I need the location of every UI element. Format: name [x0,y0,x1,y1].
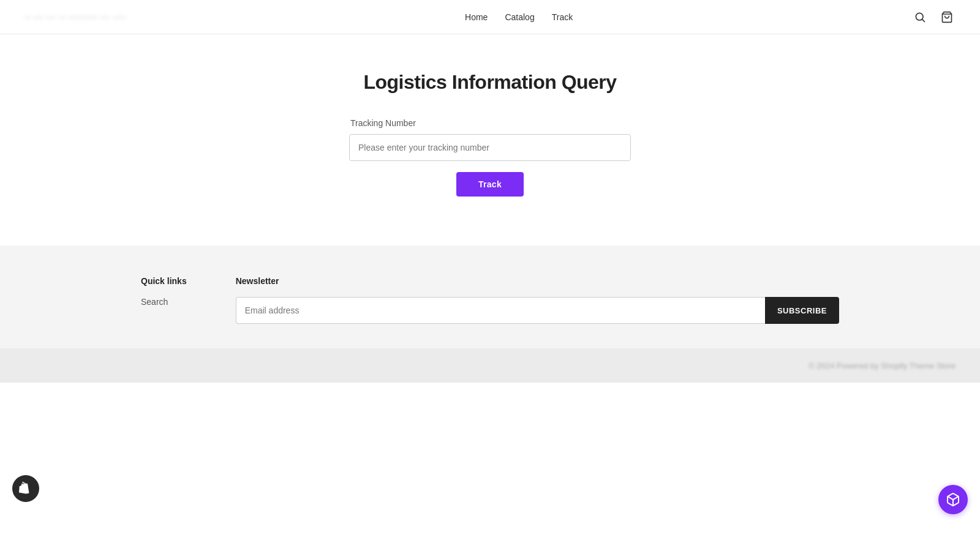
track-button[interactable]: Track [456,172,524,197]
tracking-input[interactable] [349,134,631,161]
footer-content: Quick links Search Newsletter SUBSCRIBE [141,276,839,324]
footer-search-link[interactable]: Search [141,297,187,307]
site-logo: -- --- --- -- --------- --- ---- [24,12,126,21]
newsletter-section: Newsletter SUBSCRIBE [236,276,839,324]
cart-button[interactable] [938,9,956,26]
header-icons [911,9,956,26]
tracking-label: Tracking Number [349,118,416,128]
cart-icon [941,11,953,23]
nav-home[interactable]: Home [465,12,488,22]
footer-bottom: © 2024 Powered by Shopify Theme Store [0,348,980,383]
newsletter-heading: Newsletter [236,276,839,286]
svg-line-1 [922,19,925,21]
page-title: Logistics Information Query [363,71,616,94]
search-icon [914,11,926,23]
search-button[interactable] [911,9,929,26]
footer-links: Search [141,297,187,307]
quick-links-heading: Quick links [141,276,187,286]
email-input[interactable] [236,297,765,324]
quick-links-section: Quick links Search [141,276,187,324]
subscribe-button[interactable]: SUBSCRIBE [765,297,839,324]
copyright-text: © 2024 Powered by Shopify Theme Store [809,361,956,370]
svg-point-0 [916,13,923,20]
site-header: -- --- --- -- --------- --- ---- Home Ca… [0,0,980,34]
main-content: Logistics Information Query Tracking Num… [0,34,980,246]
site-footer: Quick links Search Newsletter SUBSCRIBE [0,246,980,348]
nav-catalog[interactable]: Catalog [505,12,534,22]
main-nav: Home Catalog Track [465,12,573,22]
nav-track[interactable]: Track [552,12,573,22]
tracking-section: Tracking Number Track [349,118,631,197]
newsletter-form: SUBSCRIBE [236,297,839,324]
